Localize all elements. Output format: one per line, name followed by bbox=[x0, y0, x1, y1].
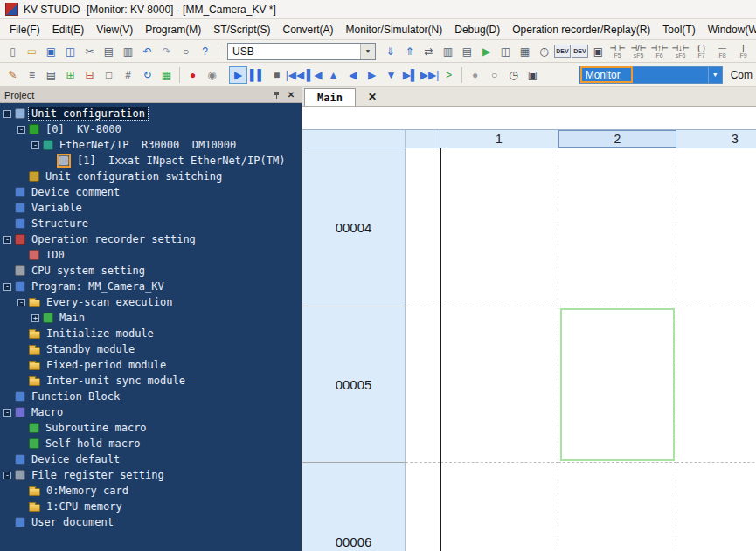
status-dot-icon[interactable]: ● bbox=[466, 66, 484, 84]
ladder-cell[interactable] bbox=[440, 306, 558, 463]
tree-expand-plus-icon[interactable]: + bbox=[31, 314, 39, 322]
tree-item[interactable]: 0:Memory card bbox=[0, 483, 302, 499]
tree-item[interactable]: Fixed-period module bbox=[0, 357, 302, 373]
tree-item[interactable]: [1] Ixxat INpact EtherNet/IP(TM) bbox=[0, 153, 302, 169]
batch-monitor-icon[interactable]: ▦ bbox=[516, 43, 534, 60]
stop-button[interactable]: ■ bbox=[267, 66, 286, 84]
step-forward-icon[interactable]: ▶▌ bbox=[401, 66, 420, 84]
menu-item[interactable]: View(V) bbox=[90, 21, 139, 38]
tree-item[interactable]: Initialize module bbox=[0, 326, 302, 341]
device-monitor-icon[interactable]: DEV bbox=[572, 45, 588, 58]
ladder-cell[interactable] bbox=[440, 148, 558, 306]
grid-display-icon[interactable]: # bbox=[119, 66, 137, 84]
column-header[interactable]: 1 bbox=[440, 130, 558, 148]
search-icon[interactable]: ○ bbox=[177, 43, 195, 60]
row-number-cell[interactable]: 00005 bbox=[302, 306, 406, 463]
tree-item[interactable]: Unit configuration switching bbox=[0, 169, 302, 184]
menu-item[interactable]: Debug(D) bbox=[448, 21, 506, 38]
tree-item[interactable]: -[0] KV-8000 bbox=[0, 121, 302, 137]
ladder-margin-cell[interactable] bbox=[406, 463, 440, 551]
menu-item[interactable]: Edit(E) bbox=[46, 21, 91, 38]
play-button[interactable]: ▶ bbox=[229, 66, 247, 84]
device-assign-icon[interactable]: ▦ bbox=[157, 66, 176, 84]
selected-cell-indicator[interactable] bbox=[560, 308, 675, 461]
continue-icon[interactable]: > bbox=[440, 66, 458, 84]
jump-end-icon[interactable]: ▶▶| bbox=[420, 66, 439, 84]
menu-item[interactable]: File(F) bbox=[3, 21, 46, 38]
insert-row-icon[interactable]: ⊞ bbox=[61, 66, 80, 84]
time-chart-icon[interactable]: ◷ bbox=[504, 66, 523, 84]
simulator-icon[interactable]: ▶ bbox=[477, 43, 496, 60]
new-project-icon[interactable]: ▯ bbox=[3, 43, 22, 60]
ladder-editor[interactable]: 1 2 3 000040000500006 bbox=[302, 107, 756, 551]
tree-item[interactable]: 1:CPU memory bbox=[0, 499, 302, 514]
tree-item[interactable]: User document bbox=[0, 514, 302, 530]
tree-expand-minus-icon[interactable]: - bbox=[3, 409, 11, 417]
chevron-down-icon[interactable]: ▼ bbox=[360, 44, 375, 59]
tree-item[interactable]: -EtherNet/IP R30000 DM10000 bbox=[0, 137, 302, 153]
tab-main[interactable]: Main bbox=[304, 88, 356, 106]
tree-item[interactable]: -Program: MM_Camera_KV bbox=[0, 279, 302, 294]
tree-item[interactable]: -Operation recorder setting bbox=[0, 231, 302, 247]
ladder-cell[interactable] bbox=[558, 463, 676, 551]
power-icon[interactable]: ○ bbox=[485, 66, 503, 84]
menu-item[interactable]: Monitor/Simulator(N) bbox=[340, 21, 449, 38]
tree-item[interactable]: Structure bbox=[0, 216, 302, 231]
ladder-margin-cell[interactable] bbox=[406, 148, 440, 306]
tree-item[interactable]: CPU system setting bbox=[0, 263, 302, 279]
ladder-margin-cell[interactable] bbox=[406, 306, 440, 463]
forward-icon[interactable]: ▶ bbox=[363, 66, 381, 84]
tree-item[interactable]: ID0 bbox=[0, 247, 302, 263]
help-icon[interactable]: ? bbox=[196, 43, 214, 60]
chevron-down-icon[interactable]: ▼ bbox=[708, 67, 722, 83]
close-panel-icon[interactable]: ✕ bbox=[285, 89, 297, 100]
ladder-edit-icon[interactable]: ✎ bbox=[3, 66, 22, 84]
ladder-cell[interactable] bbox=[676, 148, 756, 306]
tree-item[interactable]: Subroutine macro bbox=[0, 420, 302, 436]
menu-item[interactable]: Tool(T) bbox=[656, 21, 701, 38]
cut-icon[interactable]: ✂ bbox=[80, 43, 99, 60]
save-as-icon[interactable]: ◫ bbox=[61, 43, 80, 60]
tree-item[interactable]: +Main bbox=[0, 310, 302, 326]
comm-port-combo[interactable]: USB ▼ bbox=[227, 43, 376, 60]
copy-icon[interactable]: ▤ bbox=[100, 43, 118, 60]
record-stop-button[interactable]: ◉ bbox=[203, 66, 221, 84]
verify-data-icon[interactable]: ⇄ bbox=[420, 43, 438, 60]
tree-expand-minus-icon[interactable]: - bbox=[3, 236, 11, 244]
paste-icon[interactable]: ▥ bbox=[119, 43, 137, 60]
nc-contact-icon[interactable]: ⊣/⊢sF5 bbox=[628, 44, 648, 59]
jump-start-icon[interactable]: |◀◀ bbox=[286, 66, 304, 84]
redo-icon[interactable]: ↷ bbox=[157, 43, 176, 60]
ladder-cell[interactable] bbox=[676, 463, 756, 551]
device-browser-icon[interactable]: DEV bbox=[554, 45, 571, 58]
comment-edit-icon[interactable]: ≡ bbox=[23, 66, 41, 84]
delete-row-icon[interactable]: ⊟ bbox=[80, 66, 99, 84]
record-button[interactable]: ● bbox=[184, 66, 202, 84]
tree-item[interactable]: Variable bbox=[0, 200, 302, 216]
rising-contact-icon[interactable]: ⊣↑⊢F6 bbox=[649, 44, 669, 59]
column-header[interactable]: 2 bbox=[558, 130, 676, 148]
watch-clock-icon[interactable]: ◷ bbox=[535, 43, 553, 60]
screen-capture-icon[interactable]: ▣ bbox=[589, 43, 607, 60]
undo-icon[interactable]: ↶ bbox=[138, 43, 156, 60]
editor-mode-icon[interactable]: ▤ bbox=[458, 43, 476, 60]
close-tab-icon[interactable]: ✕ bbox=[363, 88, 382, 106]
pin-icon[interactable] bbox=[270, 89, 282, 100]
tree-item[interactable]: Device comment bbox=[0, 184, 302, 200]
monitor-mode-combo[interactable]: Monitor ▼ bbox=[579, 66, 723, 84]
tree-item[interactable]: -Macro bbox=[0, 404, 302, 420]
tree-item[interactable]: -Every-scan execution bbox=[0, 294, 302, 310]
tree-item[interactable]: -File register setting bbox=[0, 467, 302, 483]
pause-button[interactable]: ▌▌ bbox=[248, 66, 267, 84]
monitor-mode-icon[interactable]: ▥ bbox=[439, 43, 457, 60]
registration-monitor-icon[interactable]: ◫ bbox=[496, 43, 515, 60]
out-coil-icon[interactable]: ( )F7 bbox=[691, 44, 711, 59]
refresh-icon[interactable]: ↻ bbox=[138, 66, 156, 84]
read-from-plc-icon[interactable]: ⇑ bbox=[400, 43, 419, 60]
tree-item[interactable]: Device default bbox=[0, 451, 302, 467]
menu-item[interactable]: Program(M) bbox=[139, 21, 207, 38]
falling-contact-icon[interactable]: ⊣↓⊢sF6 bbox=[670, 44, 690, 59]
horizontal-line-icon[interactable]: —F8 bbox=[712, 44, 732, 59]
menu-item[interactable]: ST/Script(S) bbox=[207, 21, 276, 38]
prev-marker-icon[interactable]: ▲ bbox=[324, 66, 343, 84]
